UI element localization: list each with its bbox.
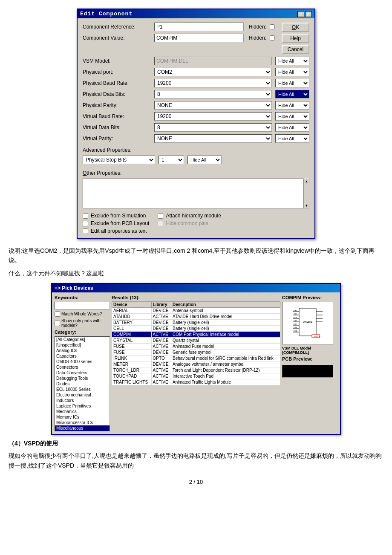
- table-row[interactable]: TRAFFIC LIGHTSACTIVEAnimated Traffic Lig…: [112, 379, 280, 385]
- col-description: Description: [171, 302, 280, 308]
- physical-data-bits-hide-select[interactable]: Hide All: [275, 90, 309, 98]
- cat-item-connectors[interactable]: Connectors: [55, 364, 110, 370]
- edit-all-props-label: Edit all properties as text: [91, 228, 147, 234]
- cat-item-electromechanical[interactable]: Electromechanical: [55, 392, 110, 398]
- show-only-models-row: Show only parts with models?: [55, 318, 110, 328]
- component-value-input[interactable]: [154, 34, 244, 42]
- attach-hierarchy-label: Attach hierarchy module: [166, 213, 221, 219]
- physical-baud-rate-select[interactable]: 19200: [154, 79, 272, 87]
- close-titlebar-button[interactable]: X: [305, 11, 312, 17]
- attach-hierarchy-checkbox[interactable]: [158, 213, 163, 219]
- exclude-simulation-checkbox[interactable]: [83, 213, 88, 219]
- virtual-data-bits-hide-select[interactable]: Hide All: [275, 123, 309, 132]
- edit-all-props-row: Edit all properties as text: [83, 228, 149, 234]
- category-list[interactable]: [All Categories] [Unspecified] Analog IC…: [55, 336, 110, 431]
- cat-item-mechanics[interactable]: Mechanics: [55, 409, 110, 414]
- hidden-label-2: Hidden:: [249, 35, 266, 41]
- svg-text:DSR: DSR: [294, 327, 297, 329]
- vsm-model-row: VSM Model: Hide All: [83, 57, 309, 65]
- physical-data-bits-select[interactable]: 8: [154, 90, 272, 98]
- pick-devices-titlebar: => Pick Devices: [52, 284, 340, 292]
- virtual-data-bits-select[interactable]: 8: [154, 123, 272, 132]
- hide-common-pins-checkbox[interactable]: [158, 221, 163, 226]
- table-row[interactable]: BATTERYDEVICEBattery (single-cell): [112, 320, 280, 326]
- physical-parity-hide-select[interactable]: Hide All: [275, 101, 309, 110]
- hidden-checkbox-1[interactable]: [270, 24, 275, 29]
- physical-stop-bits-value-select[interactable]: 1: [159, 156, 184, 164]
- physical-port-select[interactable]: COM2: [154, 68, 272, 76]
- cat-item-debugging-tools[interactable]: Debugging Tools: [55, 376, 110, 381]
- table-row[interactable]: TORCH_LDRACTIVETorch and Light Dependent…: [112, 367, 280, 373]
- vsm-model-hide-select[interactable]: Hide All: [275, 57, 309, 65]
- cat-item-data-converters[interactable]: Data Converters: [55, 370, 110, 376]
- cat-item-analog-ics[interactable]: Analog ICs: [55, 348, 110, 353]
- virtual-baud-rate-label: Virtual Baud Rate:: [83, 113, 151, 119]
- table-row[interactable]: TOUCHPADACTIVEInteractive Touch Pad: [112, 373, 280, 379]
- cat-item-memory-ics[interactable]: Memory ICs: [55, 414, 110, 420]
- page-number: 2 / 10: [189, 479, 203, 485]
- other-properties-scrollbar: ▲ ▼: [303, 179, 309, 208]
- keywords-label: Keywords:: [55, 295, 110, 300]
- cat-item-miscellaneous[interactable]: Miscellaneous: [55, 425, 110, 431]
- vsm-dll-label: VSM DLL Model [COMPIM.DLL]: [282, 346, 337, 355]
- scroll-down-btn[interactable]: ▼: [304, 203, 309, 208]
- physical-baud-rate-hide-select[interactable]: Hide All: [275, 79, 309, 87]
- physical-parity-select[interactable]: NONE: [154, 101, 272, 110]
- component-reference-input[interactable]: [154, 23, 244, 31]
- table-row[interactable]: IRLINKOPTOBehavioural model for SIRC com…: [112, 356, 280, 361]
- table-row[interactable]: FUSEDEVICEGeneric fuse symbol: [112, 350, 280, 356]
- match-whole-words-label: Match Whole Words?: [61, 312, 102, 316]
- cat-item-cmos-4000[interactable]: CMOS 4000 series: [55, 359, 110, 364]
- virtual-parity-select[interactable]: NONE: [154, 134, 272, 143]
- physical-stop-bits-hide-select[interactable]: Hide All: [187, 156, 222, 164]
- compim-preview-svg: RXD TXD RTS CTS DTR DSR DCD COMPIM □ ERR…: [288, 304, 327, 342]
- virtual-parity-hide-select[interactable]: Hide All: [275, 134, 309, 143]
- virtual-baud-rate-select[interactable]: 19200: [154, 112, 272, 121]
- table-row[interactable]: AERIALDEVICEAntenna symbol: [112, 308, 280, 314]
- table-row-compim[interactable]: COMPIMACTIVECOM Port Physical Interface …: [112, 332, 280, 338]
- edit-component-dialog: Edit Component ? X Component Reference: …: [77, 9, 315, 239]
- svg-text:COMPIM: COMPIM: [303, 321, 312, 324]
- results-label: Results (13):: [112, 295, 280, 300]
- component-reference-label: Component Reference:: [83, 24, 151, 30]
- component-value-row: Component Value: Hidden:: [83, 34, 275, 42]
- other-properties-textarea[interactable]: [83, 179, 303, 208]
- table-row[interactable]: ATAHDDACTIVEATA/IDE Hard Disk Drive mode…: [112, 314, 280, 320]
- virtual-baud-rate-hide-select[interactable]: Hide All: [275, 112, 309, 121]
- show-only-models-checkbox[interactable]: [55, 321, 60, 326]
- physical-port-hide-select[interactable]: Hide All: [275, 68, 309, 76]
- cat-item-inductors[interactable]: Inductors: [55, 398, 110, 403]
- table-row[interactable]: CELLDEVICEBattery (single-cell): [112, 326, 280, 332]
- scroll-up-btn[interactable]: ▲: [304, 179, 309, 184]
- pcb-preview-box: [282, 365, 333, 378]
- match-whole-words-checkbox[interactable]: [55, 311, 60, 317]
- col-library: Library: [151, 302, 171, 308]
- cat-item-microprocessor-ics[interactable]: Microprocessor ICs: [55, 420, 110, 425]
- exclude-pcb-label: Exclude from PCB Layout: [91, 220, 149, 226]
- table-row[interactable]: FUSEACTIVEAnimated Fuse model: [112, 344, 280, 350]
- exclude-pcb-checkbox[interactable]: [83, 221, 88, 226]
- cat-item-laplace[interactable]: Laplace Primitives: [55, 403, 110, 409]
- keywords-input[interactable]: [55, 302, 110, 309]
- edit-all-props-checkbox[interactable]: [83, 228, 88, 234]
- cat-item-unspecified[interactable]: [Unspecified]: [55, 342, 110, 348]
- help-titlebar-button[interactable]: ?: [297, 11, 304, 17]
- cat-item-ecl-10000[interactable]: ECL 10000 Series: [55, 387, 110, 392]
- hidden-checkbox-2[interactable]: [270, 35, 275, 40]
- table-row[interactable]: METERDEVICEAnalogue voltmeter / ammeter …: [112, 361, 280, 367]
- help-button[interactable]: Help: [282, 34, 309, 43]
- pick-devices-title: => Pick Devices: [55, 285, 93, 291]
- cat-item-capacitors[interactable]: Capacitors: [55, 353, 110, 359]
- advanced-properties-section: Advanced Properties:: [83, 145, 309, 153]
- svg-text:□ ERROR □: □ ERROR □: [313, 335, 322, 338]
- cat-item-all-categories[interactable]: [All Categories]: [55, 337, 110, 342]
- virtual-parity-label: Virtual Parity:: [83, 136, 151, 142]
- ok-button[interactable]: OK: [282, 23, 309, 32]
- pick-left-panel: Keywords: Match Whole Words? Show only p…: [55, 295, 110, 431]
- svg-text:RXD: RXD: [294, 309, 297, 312]
- vspd-heading: （4）VSPD的使用: [9, 440, 383, 448]
- cancel-button[interactable]: Cancel: [282, 45, 309, 54]
- cat-item-diodes[interactable]: Diodes: [55, 381, 110, 387]
- physical-stop-bits-name-select[interactable]: Physical Stop Bits: [83, 156, 155, 164]
- table-row[interactable]: CRYSTALDEVICEQuartz crystal: [112, 338, 280, 344]
